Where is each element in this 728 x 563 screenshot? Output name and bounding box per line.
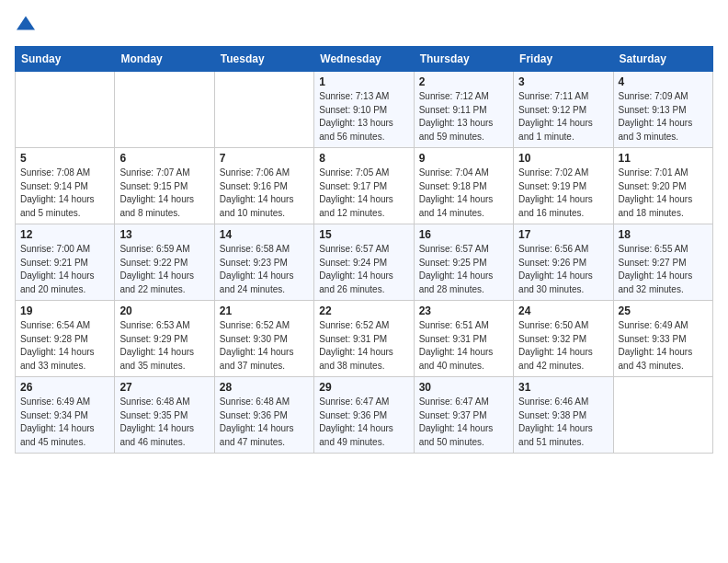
calendar-cell: 2Sunrise: 7:12 AMSunset: 9:11 PMDaylight… [414, 72, 513, 148]
calendar-cell: 12Sunrise: 7:00 AMSunset: 9:21 PMDayligh… [16, 224, 115, 301]
weekday-header-monday: Monday [115, 47, 214, 72]
day-info: Sunrise: 6:57 AMSunset: 9:24 PMDaylight:… [319, 243, 408, 296]
day-info: Sunrise: 6:48 AMSunset: 9:35 PMDaylight:… [119, 396, 209, 449]
week-row-1: 1Sunrise: 7:13 AMSunset: 9:10 PMDaylight… [16, 72, 713, 148]
day-info: Sunrise: 6:52 AMSunset: 9:31 PMDaylight:… [319, 319, 408, 373]
day-info: Sunrise: 7:11 AMSunset: 9:12 PMDaylight:… [518, 90, 608, 144]
calendar-cell: 23Sunrise: 6:51 AMSunset: 9:31 PMDayligh… [414, 301, 513, 377]
day-info: Sunrise: 7:00 AMSunset: 9:21 PMDaylight:… [20, 243, 109, 296]
calendar-cell: 8Sunrise: 7:05 AMSunset: 9:17 PMDaylight… [314, 148, 414, 224]
day-number: 10 [518, 152, 608, 165]
calendar-cell [115, 72, 214, 148]
calendar-cell: 26Sunrise: 6:49 AMSunset: 9:34 PMDayligh… [16, 377, 115, 454]
svg-marker-0 [17, 17, 35, 30]
weekday-header-tuesday: Tuesday [214, 47, 313, 72]
day-number: 5 [20, 152, 109, 165]
day-number: 12 [20, 228, 109, 241]
day-number: 21 [220, 304, 309, 317]
week-row-3: 12Sunrise: 7:00 AMSunset: 9:21 PMDayligh… [16, 224, 713, 301]
calendar-cell: 24Sunrise: 6:50 AMSunset: 9:32 PMDayligh… [514, 301, 613, 377]
day-number: 9 [419, 152, 508, 165]
day-info: Sunrise: 6:48 AMSunset: 9:36 PMDaylight:… [220, 396, 309, 449]
day-info: Sunrise: 7:02 AMSunset: 9:19 PMDaylight:… [518, 167, 608, 220]
day-info: Sunrise: 6:47 AMSunset: 9:37 PMDaylight:… [419, 396, 508, 449]
calendar-cell: 18Sunrise: 6:55 AMSunset: 9:27 PMDayligh… [613, 224, 712, 301]
day-info: Sunrise: 7:09 AMSunset: 9:13 PMDaylight:… [619, 90, 708, 144]
page-header [15, 15, 713, 35]
day-info: Sunrise: 7:04 AMSunset: 9:18 PMDaylight:… [419, 167, 508, 220]
calendar-cell [16, 72, 115, 148]
calendar-cell: 19Sunrise: 6:54 AMSunset: 9:28 PMDayligh… [16, 301, 115, 377]
day-number: 20 [119, 304, 209, 317]
day-info: Sunrise: 6:59 AMSunset: 9:22 PMDaylight:… [119, 243, 209, 296]
calendar-cell: 6Sunrise: 7:07 AMSunset: 9:15 PMDaylight… [115, 148, 214, 224]
day-number: 22 [319, 304, 408, 317]
calendar-cell: 14Sunrise: 6:58 AMSunset: 9:23 PMDayligh… [214, 224, 313, 301]
calendar-cell: 21Sunrise: 6:52 AMSunset: 9:30 PMDayligh… [214, 301, 313, 377]
calendar-cell: 30Sunrise: 6:47 AMSunset: 9:37 PMDayligh… [414, 377, 513, 454]
day-number: 8 [319, 152, 408, 165]
calendar-cell: 3Sunrise: 7:11 AMSunset: 9:12 PMDaylight… [514, 72, 613, 148]
day-info: Sunrise: 6:49 AMSunset: 9:34 PMDaylight:… [20, 396, 109, 449]
day-number: 14 [220, 228, 309, 241]
calendar-cell: 16Sunrise: 6:57 AMSunset: 9:25 PMDayligh… [414, 224, 513, 301]
logo [15, 15, 35, 35]
calendar-cell: 20Sunrise: 6:53 AMSunset: 9:29 PMDayligh… [115, 301, 214, 377]
day-info: Sunrise: 6:52 AMSunset: 9:30 PMDaylight:… [220, 319, 309, 373]
day-info: Sunrise: 7:01 AMSunset: 9:20 PMDaylight:… [619, 167, 708, 220]
calendar-cell: 10Sunrise: 7:02 AMSunset: 9:19 PMDayligh… [514, 148, 613, 224]
calendar-cell: 28Sunrise: 6:48 AMSunset: 9:36 PMDayligh… [214, 377, 313, 454]
day-info: Sunrise: 6:47 AMSunset: 9:36 PMDaylight:… [319, 396, 408, 449]
day-number: 26 [20, 381, 109, 394]
day-number: 7 [220, 152, 309, 165]
day-info: Sunrise: 6:53 AMSunset: 9:29 PMDaylight:… [119, 319, 209, 373]
day-number: 19 [20, 304, 109, 317]
calendar-cell: 5Sunrise: 7:08 AMSunset: 9:14 PMDaylight… [16, 148, 115, 224]
calendar-cell: 29Sunrise: 6:47 AMSunset: 9:36 PMDayligh… [314, 377, 414, 454]
calendar-cell: 31Sunrise: 6:46 AMSunset: 9:38 PMDayligh… [514, 377, 613, 454]
day-info: Sunrise: 7:12 AMSunset: 9:11 PMDaylight:… [419, 90, 508, 144]
calendar-cell: 22Sunrise: 6:52 AMSunset: 9:31 PMDayligh… [314, 301, 414, 377]
day-info: Sunrise: 6:51 AMSunset: 9:31 PMDaylight:… [419, 319, 508, 373]
calendar-cell: 25Sunrise: 6:49 AMSunset: 9:33 PMDayligh… [613, 301, 712, 377]
weekday-header-wednesday: Wednesday [314, 47, 414, 72]
logo-icon [17, 14, 35, 32]
calendar-cell [214, 72, 313, 148]
day-number: 1 [319, 75, 408, 88]
week-row-4: 19Sunrise: 6:54 AMSunset: 9:28 PMDayligh… [16, 301, 713, 377]
calendar-cell: 13Sunrise: 6:59 AMSunset: 9:22 PMDayligh… [115, 224, 214, 301]
day-info: Sunrise: 7:06 AMSunset: 9:16 PMDaylight:… [220, 167, 309, 220]
calendar-cell: 9Sunrise: 7:04 AMSunset: 9:18 PMDaylight… [414, 148, 513, 224]
day-info: Sunrise: 7:08 AMSunset: 9:14 PMDaylight:… [20, 167, 109, 220]
day-info: Sunrise: 6:58 AMSunset: 9:23 PMDaylight:… [220, 243, 309, 296]
calendar-cell: 1Sunrise: 7:13 AMSunset: 9:10 PMDaylight… [314, 72, 414, 148]
calendar-cell [613, 377, 712, 454]
day-info: Sunrise: 7:07 AMSunset: 9:15 PMDaylight:… [119, 167, 209, 220]
calendar-cell: 15Sunrise: 6:57 AMSunset: 9:24 PMDayligh… [314, 224, 414, 301]
day-info: Sunrise: 6:56 AMSunset: 9:26 PMDaylight:… [518, 243, 608, 296]
day-number: 3 [518, 75, 608, 88]
calendar-table: SundayMondayTuesdayWednesdayThursdayFrid… [15, 46, 713, 454]
weekday-header-sunday: Sunday [16, 47, 115, 72]
week-row-2: 5Sunrise: 7:08 AMSunset: 9:14 PMDaylight… [16, 148, 713, 224]
day-number: 28 [220, 381, 309, 394]
day-info: Sunrise: 6:55 AMSunset: 9:27 PMDaylight:… [619, 243, 708, 296]
day-info: Sunrise: 6:57 AMSunset: 9:25 PMDaylight:… [419, 243, 508, 296]
calendar-cell: 11Sunrise: 7:01 AMSunset: 9:20 PMDayligh… [613, 148, 712, 224]
weekday-header-row: SundayMondayTuesdayWednesdayThursdayFrid… [16, 47, 713, 72]
day-number: 13 [119, 228, 209, 241]
day-number: 16 [419, 228, 508, 241]
day-number: 31 [518, 381, 608, 394]
day-number: 24 [518, 304, 608, 317]
day-info: Sunrise: 6:50 AMSunset: 9:32 PMDaylight:… [518, 319, 608, 373]
day-number: 18 [619, 228, 708, 241]
day-info: Sunrise: 6:49 AMSunset: 9:33 PMDaylight:… [619, 319, 708, 373]
day-info: Sunrise: 6:54 AMSunset: 9:28 PMDaylight:… [20, 319, 109, 373]
calendar-cell: 27Sunrise: 6:48 AMSunset: 9:35 PMDayligh… [115, 377, 214, 454]
day-info: Sunrise: 6:46 AMSunset: 9:38 PMDaylight:… [518, 396, 608, 449]
day-number: 6 [119, 152, 209, 165]
day-number: 25 [619, 304, 708, 317]
calendar-cell: 4Sunrise: 7:09 AMSunset: 9:13 PMDaylight… [613, 72, 712, 148]
day-number: 11 [619, 152, 708, 165]
day-number: 27 [119, 381, 209, 394]
